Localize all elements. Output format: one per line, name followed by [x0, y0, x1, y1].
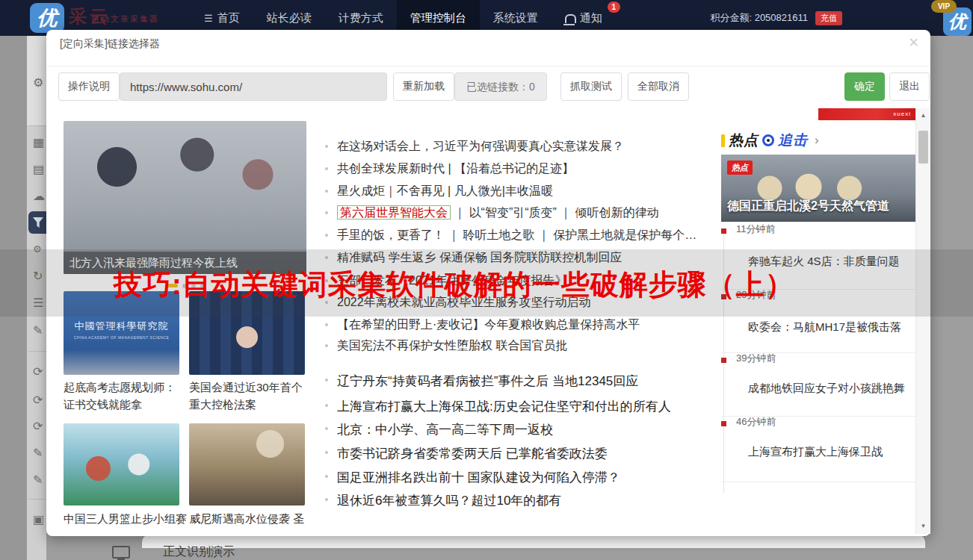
news-item[interactable]: 美国宪法不再保护女性堕胎权 联合国官员批: [325, 338, 567, 354]
academy-sign-text: 中國管理科學研究院: [64, 320, 179, 333]
grab-test-button[interactable]: 抓取测试: [560, 72, 622, 101]
sidebar-divider: [28, 499, 46, 500]
timeline-title[interactable]: 奔驰车起火 4S店：非质量问题: [748, 255, 900, 269]
help-button[interactable]: 操作说明: [58, 72, 120, 101]
news-item[interactable]: 三部门发布《2021年住房公积金年度报告》: [325, 273, 567, 289]
news-item[interactable]: 2022年离校未就业高校毕业生服务攻坚行动启动: [325, 295, 591, 311]
timeline-separator: [721, 482, 915, 482]
recharge-button[interactable]: 充值: [815, 11, 842, 25]
exit-button[interactable]: 退出: [889, 72, 930, 101]
news-item[interactable]: 上海宣布打赢大上海保卫战:历史会记住坚守和付出的所有人: [325, 398, 671, 415]
chevron-right-icon: ›: [815, 133, 819, 148]
nav-billing-label: 计费方式: [339, 11, 383, 25]
scroll-down-icon[interactable]: ▼: [916, 520, 930, 532]
selected-count: 已选链接数：0: [454, 72, 547, 101]
dialog-title: [定向采集]链接选择器: [60, 37, 160, 51]
hot-news-image[interactable]: 热点 德国正重启北溪2号天然气管道: [721, 155, 915, 222]
news-item[interactable]: 退休近6年被查算久吗？超过10年的都有: [325, 492, 561, 509]
thumb-image-academy[interactable]: 中國管理科學研究院 CHINA ACADEMY OF MANAGEMENT SC…: [64, 291, 179, 375]
sidebar-divider: [28, 351, 46, 352]
menu-icon: ☰: [204, 13, 213, 24]
news-item[interactable]: 精准赋码 学生返乡 保通保畅 国务院联防联控机制回应: [325, 250, 622, 266]
thumb-caption[interactable]: 中国三人男篮止步小组赛: [64, 510, 183, 527]
sidebar-item-collect-active[interactable]: [28, 211, 46, 234]
thumb-image-biden[interactable]: [189, 291, 305, 375]
credit-balance: 积分金额: 2050821611: [710, 11, 808, 25]
timeline-bullet: [721, 421, 726, 426]
confirm-button[interactable]: 确定: [844, 72, 885, 101]
carousel-dots[interactable]: [64, 279, 306, 292]
hot-label: 热点: [729, 131, 759, 150]
thumb-image-venice[interactable]: [189, 423, 305, 505]
nav-notifications-label: 通知: [580, 11, 602, 25]
target-icon: [762, 134, 774, 146]
background-card: [142, 535, 925, 548]
thumb-caption[interactable]: 威尼斯遇高水位侵袭 圣: [189, 510, 309, 527]
thumb-caption[interactable]: 起底高考志愿规划师：证书交钱就能拿: [64, 379, 183, 413]
url-input[interactable]: [120, 72, 387, 101]
brand-tagline: 自动文章采集器: [91, 13, 159, 25]
demo-menu-label: 正文识别演示: [163, 544, 235, 560]
monitor-icon: [112, 546, 130, 559]
news-item[interactable]: 共创全球发展新时代 | 【沿着总书记的足迹】: [325, 161, 574, 177]
news-item[interactable]: 第六届世界智能大会 ｜ 以“智变”引“质变” ｜ 倾听创新的律动: [325, 205, 658, 221]
news-item[interactable]: 【在希望的田野上·麦收记】今年夏粮收购总量保持高水平: [325, 317, 640, 333]
close-icon[interactable]: ×: [909, 34, 918, 51]
brand-logo-icon[interactable]: 优: [30, 3, 64, 33]
vip-corner: 优 VIP: [931, 0, 973, 36]
scrollbar-thumb[interactable]: [918, 131, 928, 164]
timeline-time: 39分钟前: [736, 352, 776, 365]
thumb-image-basketball[interactable]: [64, 423, 179, 505]
news-item[interactable]: 手里的饭，更香了！ ｜ 聆听土地之歌 ｜ 保护黑土地就是保护每个…: [325, 228, 696, 243]
nav-settings-label: 系统设置: [493, 11, 538, 25]
hot-badge: 热点: [727, 161, 753, 175]
timeline-bullet: [721, 228, 726, 234]
notification-badge: 1: [608, 1, 620, 13]
sidebar-divider: [28, 125, 46, 126]
scroll-up-icon[interactable]: ▲: [916, 110, 930, 122]
timeline-title[interactable]: 上海宣布打赢大上海保卫战: [748, 445, 883, 459]
news-item[interactable]: 辽宁丹东“持黄码者看病被拦”事件之后 当地12345回应: [325, 373, 638, 390]
selected-link[interactable]: 第六届世界智能大会: [337, 205, 451, 220]
pursuit-label: 追击: [778, 131, 808, 150]
banner-text: xuexi: [893, 111, 911, 117]
nav-home-label: 首页: [217, 11, 240, 25]
nav-must-read-label: 站长必读: [267, 11, 312, 25]
news-text: ｜ 以“智变”引“质变” ｜ 倾听创新的律动: [451, 206, 658, 219]
cancel-all-button[interactable]: 全部取消: [628, 72, 689, 101]
timeline-bullet: [721, 358, 726, 363]
academy-sign-subtext: CHINA ACADEMY OF MANAGEMENT SCIENCE: [64, 335, 179, 340]
timeline-time: 46分钟前: [736, 415, 776, 429]
vip-badge: VIP: [931, 0, 957, 13]
timeline-time: 29分钟前: [736, 288, 776, 302]
news-item[interactable]: 在这场对话会上，习近平为何强调要真心实意谋发展？: [325, 139, 624, 155]
dialog-divider: [46, 66, 930, 66]
preview-scrollbar[interactable]: ▲ ▼: [915, 108, 930, 534]
timeline-bullet: [721, 294, 726, 299]
carousel-image[interactable]: 北方入汛来最强降雨过程今夜上线: [64, 121, 306, 274]
funnel-icon: [33, 217, 43, 228]
promo-banner[interactable]: xuexi: [818, 108, 915, 120]
news-item[interactable]: 市委书记跻身省委常委两天后 已掌舵省委政法委: [325, 445, 608, 462]
hot-image-caption: 德国正重启北溪2号天然气管道: [727, 199, 889, 214]
window-gutter: [0, 36, 27, 560]
news-item[interactable]: 国足亚洲排名跌出前十 国家队建设为何陷入停滞？: [325, 469, 620, 486]
reload-button[interactable]: 重新加载: [393, 72, 454, 101]
thumb-caption[interactable]: 美国会通过近30年首个重大控枪法案: [189, 379, 309, 413]
timeline-time: 11分钟前: [736, 223, 776, 236]
news-item[interactable]: 北京：中小学、高一高二等下周一返校: [325, 421, 553, 438]
webpage-preview[interactable]: 北方入汛来最强降雨过程今夜上线 中國管理科學研究院 CHINA ACADEMY …: [56, 108, 915, 534]
news-item[interactable]: 星火成炬｜不舍再见 | 凡人微光|丰收温暖: [325, 184, 553, 199]
timeline-title[interactable]: 欧委会：马航MH17是被俄击落: [748, 320, 901, 335]
nav-console-label: 管理控制台: [410, 11, 466, 25]
carousel-caption: 北方入汛来最强降雨过程今夜上线: [64, 252, 306, 274]
yellow-bar: [721, 134, 725, 147]
link-selector-dialog: [定向采集]链接选择器 × 操作说明 重新加载 已选链接数：0 抓取测试 全部取…: [46, 30, 930, 536]
bell-icon: [565, 14, 576, 23]
hot-pursuit-header[interactable]: 热点 追击 ›: [721, 131, 819, 150]
timeline-title[interactable]: 成都地铁回应女子对小孩跳艳舞: [748, 382, 905, 396]
demo-menu-row[interactable]: 正文识别演示: [112, 544, 235, 560]
